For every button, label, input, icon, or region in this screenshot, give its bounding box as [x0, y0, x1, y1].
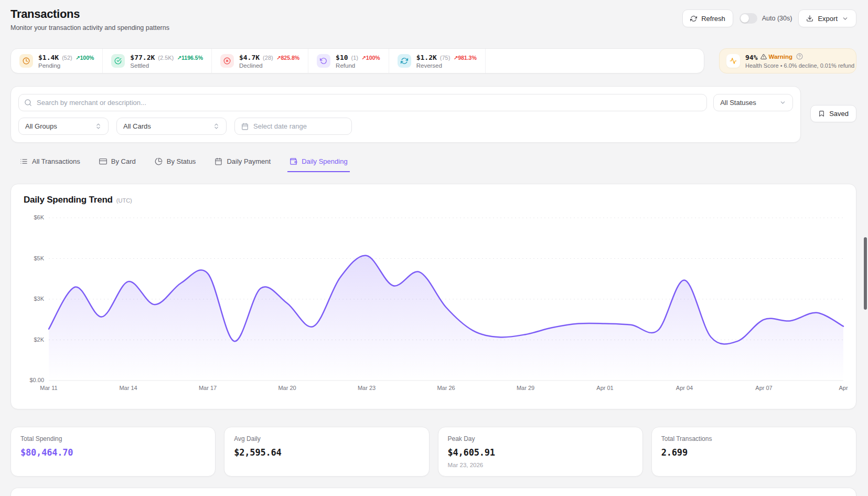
summary-card-avg-daily: Avg Daily$2,595.64: [224, 427, 429, 477]
status-select-value: All Statuses: [720, 99, 756, 107]
stat-count: (28): [263, 55, 273, 61]
export-button[interactable]: Export: [798, 9, 856, 27]
activity-icon: [726, 54, 740, 68]
x-tick-label: Mar 23: [358, 385, 376, 391]
stat-trend: ↗981.3%: [453, 55, 476, 61]
saved-filters-button[interactable]: Saved: [810, 105, 856, 122]
help-circle-icon[interactable]: [796, 53, 803, 60]
y-tick-label: $0.00: [29, 377, 44, 383]
stat-trend: ↗100%: [361, 55, 380, 61]
y-tick-label: $6K: [34, 214, 44, 220]
spending-area-chart: [49, 212, 843, 396]
list-icon: [20, 157, 28, 165]
rotate-ccw-icon: [317, 54, 330, 68]
stat-value: $77.2K: [130, 54, 155, 61]
calendar-icon: [215, 157, 222, 165]
x-tick-label: Mar 14: [119, 385, 137, 391]
cards-select[interactable]: All Cards: [116, 118, 227, 135]
bookmark-icon: [818, 110, 825, 117]
stat-text: $1.2K(75)↗981.3%Reversed: [416, 54, 477, 69]
y-tick-label: $2K: [34, 336, 44, 343]
refresh-button-label: Refresh: [701, 15, 725, 23]
chart-area: $0.00$2K$3K$5K$6K Mar 11Mar 14Mar 17Mar …: [24, 212, 843, 396]
tab-label: All Transactions: [32, 157, 80, 165]
export-button-label: Export: [818, 15, 838, 23]
summary-value: $2,595.64: [234, 447, 419, 458]
stat-count: (1): [351, 55, 358, 61]
header-actions: Refresh Auto (30s) Export: [682, 9, 856, 27]
health-score-card: 94% Warning Health Score • 6.0% decline,…: [719, 48, 856, 73]
stat-trend: ↗100%: [76, 55, 94, 61]
auto-refresh-toggle[interactable]: [740, 13, 757, 24]
x-tick-label: Apr 01: [596, 385, 613, 391]
x-tick-label: Mar 17: [199, 385, 217, 391]
tab-all-transactions[interactable]: All Transactions: [18, 157, 82, 172]
x-circle-icon: [220, 54, 234, 68]
refresh-cw-icon: [398, 54, 411, 68]
page-subtitle: Monitor your transaction activity and sp…: [10, 24, 169, 31]
health-warning-badge: Warning: [760, 54, 792, 60]
stat-reversed: $1.2K(75)↗981.3%Reversed: [389, 49, 486, 73]
stat-trend: ↗1196.5%: [177, 55, 203, 61]
date-range-picker[interactable]: Select date range: [234, 118, 352, 135]
tab-by-card[interactable]: By Card: [97, 157, 138, 172]
daily-spending-trend-card: Daily Spending Trend (UTC) $0.00$2K$3K$5…: [10, 184, 856, 409]
groups-select[interactable]: All Groups: [18, 118, 109, 135]
x-tick-label: Mar 29: [517, 385, 534, 391]
stat-label: Refund: [336, 62, 380, 69]
wallet-icon: [290, 157, 297, 165]
status-select[interactable]: All Statuses: [713, 94, 793, 111]
x-tick-label: Apr 07: [755, 385, 772, 391]
groups-select-value: All Groups: [25, 122, 57, 130]
search-input[interactable]: [18, 94, 707, 111]
page-title: Transactions: [10, 7, 169, 21]
stat-value: $1.2K: [416, 54, 437, 61]
search-icon: [24, 99, 32, 107]
stat-label: Declined: [239, 62, 299, 69]
transactions-page: Transactions Monitor your transaction ac…: [0, 0, 868, 496]
stat-label: Settled: [130, 62, 203, 69]
stats-spacer: [486, 49, 704, 73]
stat-text: $1.4K(52)↗100%Pending: [38, 54, 94, 69]
refresh-button[interactable]: Refresh: [682, 9, 733, 27]
tab-label: Daily Spending: [302, 157, 347, 165]
tab-by-status[interactable]: By Status: [153, 157, 198, 172]
search-wrap: [18, 94, 707, 111]
chevrons-up-down-icon: [213, 123, 220, 130]
stat-value: $10: [336, 54, 348, 61]
stat-count: (52): [62, 55, 72, 61]
tab-daily-payment[interactable]: Daily Payment: [212, 157, 273, 172]
filter-section: All Statuses All Groups All Cards Select…: [10, 86, 856, 143]
stat-trend: ↗825.8%: [276, 55, 299, 61]
download-icon: [806, 15, 813, 22]
summary-sub: Mar 23, 2026: [448, 462, 633, 468]
cards-select-value: All Cards: [123, 122, 151, 130]
stat-count: (2.5K): [158, 55, 174, 61]
tab-label: Daily Payment: [227, 157, 271, 165]
stat-text: $10(1)↗100%Refund: [336, 54, 380, 69]
pie-chart-icon: [155, 157, 163, 165]
page-scrollbar[interactable]: [864, 237, 867, 310]
tab-daily-spending[interactable]: Daily Spending: [287, 157, 349, 172]
chevron-down-icon: [779, 99, 786, 106]
y-tick-label: $5K: [34, 255, 44, 261]
x-tick-label: Apr 04: [676, 385, 693, 391]
summary-label: Total Spending: [20, 435, 206, 442]
stat-text: $77.2K(2.5K)↗1196.5%Settled: [130, 54, 203, 69]
summary-label: Peak Day: [448, 435, 633, 442]
x-tick-label: Apr: [839, 385, 848, 391]
filter-card: All Statuses All Groups All Cards Select…: [10, 86, 801, 143]
saved-button-label: Saved: [829, 110, 849, 118]
calendar-icon: [241, 123, 249, 130]
summary-cards-row: Total Spending$80,464.70Avg Daily$2,595.…: [10, 427, 856, 474]
stat-text: $4.7K(28)↗825.8%Declined: [239, 54, 299, 69]
auto-refresh-label: Auto (30s): [762, 15, 792, 22]
tab-label: By Card: [111, 157, 136, 165]
alert-triangle-icon: [760, 54, 767, 60]
health-warning-label: Warning: [768, 54, 792, 60]
health-score-value: 94%: [745, 54, 757, 61]
page-header-text: Transactions Monitor your transaction ac…: [10, 7, 169, 31]
x-tick-label: Mar 26: [437, 385, 455, 391]
x-tick-label: Mar 11: [40, 385, 57, 391]
stat-value: $4.7K: [239, 54, 260, 61]
